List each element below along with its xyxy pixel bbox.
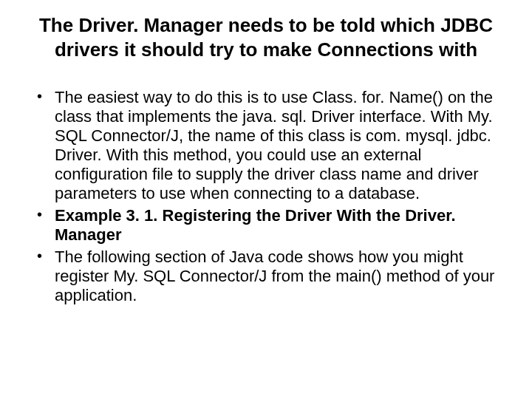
bullet-text: The easiest way to do this is to use Cla…: [55, 88, 493, 202]
list-item: Example 3. 1. Registering the Driver Wit…: [34, 206, 498, 245]
bullet-list: The easiest way to do this is to use Cla…: [34, 88, 498, 304]
bullet-text: Example 3. 1. Registering the Driver Wit…: [55, 206, 456, 244]
bullet-text: The following section of Java code shows…: [55, 248, 494, 304]
slide: The Driver. Manager needs to be told whi…: [0, 0, 532, 399]
list-item: The easiest way to do this is to use Cla…: [34, 88, 498, 203]
slide-title: The Driver. Manager needs to be told whi…: [38, 13, 494, 61]
list-item: The following section of Java code shows…: [34, 248, 498, 305]
